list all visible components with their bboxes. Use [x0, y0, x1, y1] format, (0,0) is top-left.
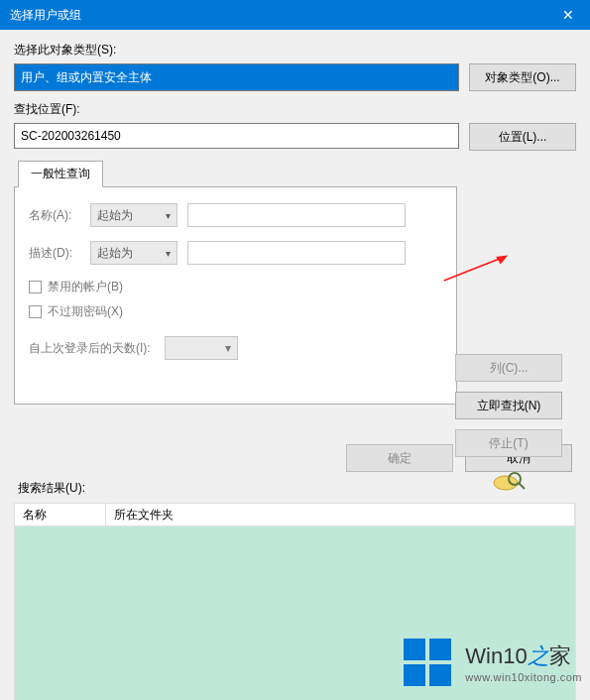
stop-button: 停止(T) — [455, 429, 562, 457]
name-label: 名称(A): — [29, 207, 80, 224]
location-field[interactable]: SC-202003261450 — [14, 123, 459, 149]
columns-button: 列(C)... — [455, 354, 562, 382]
close-button[interactable]: ✕ — [545, 0, 590, 30]
location-label: 查找位置(F): — [14, 101, 576, 118]
tab-common-queries[interactable]: 一般性查询 — [18, 161, 103, 187]
days-since-logon-label: 自上次登录后的天数(I): — [29, 340, 151, 357]
nonexpiring-password-checkbox[interactable] — [29, 305, 42, 318]
name-match-combo[interactable]: 起始为 ▾ — [90, 203, 177, 227]
nonexpiring-password-label: 不过期密码(X) — [48, 303, 123, 320]
object-types-button[interactable]: 对象类型(O)... — [469, 63, 576, 91]
watermark: Win10之家 www.win10xitong.com — [400, 635, 582, 690]
locations-button[interactable]: 位置(L)... — [469, 123, 576, 151]
column-folder[interactable]: 所在文件夹 — [106, 504, 575, 525]
chevron-down-icon: ▾ — [166, 210, 171, 221]
column-name[interactable]: 名称 — [15, 504, 106, 525]
days-since-logon-combo[interactable]: ▾ — [165, 336, 238, 360]
common-queries-panel: 名称(A): 起始为 ▾ 描述(D): 起始为 ▾ — [14, 186, 457, 405]
close-icon: ✕ — [562, 7, 574, 23]
svg-point-0 — [494, 476, 518, 490]
title-bar: 选择用户或组 ✕ — [0, 0, 590, 30]
svg-line-2 — [519, 483, 525, 489]
results-header: 名称 所在文件夹 — [14, 503, 576, 526]
object-type-label: 选择此对象类型(S): — [14, 42, 576, 58]
description-input[interactable] — [187, 241, 406, 265]
description-match-combo[interactable]: 起始为 ▾ — [90, 241, 177, 265]
chevron-down-icon: ▾ — [225, 341, 231, 355]
ok-button: 确定 — [346, 444, 453, 472]
name-input[interactable] — [187, 203, 406, 227]
search-folder-icon — [455, 467, 562, 495]
disabled-accounts-checkbox[interactable] — [29, 281, 42, 293]
windows-logo-icon — [400, 635, 455, 690]
disabled-accounts-label: 禁用的帐户(B) — [48, 279, 123, 295]
description-label: 描述(D): — [29, 245, 80, 262]
object-type-field[interactable]: 用户、组或内置安全主体 — [14, 63, 459, 91]
find-now-button[interactable]: 立即查找(N) — [455, 392, 562, 419]
chevron-down-icon: ▾ — [166, 248, 171, 259]
window-title: 选择用户或组 — [10, 7, 81, 24]
